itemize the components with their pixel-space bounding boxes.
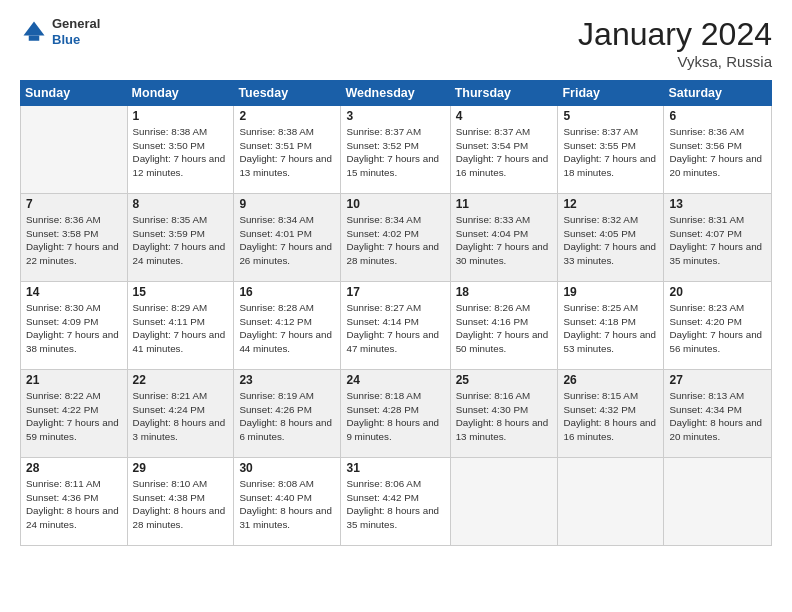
day-number: 27 xyxy=(669,373,766,387)
col-saturday: Saturday xyxy=(664,81,772,106)
table-row: 18Sunrise: 8:26 AMSunset: 4:16 PMDayligh… xyxy=(450,282,558,370)
table-row: 21Sunrise: 8:22 AMSunset: 4:22 PMDayligh… xyxy=(21,370,128,458)
table-row: 27Sunrise: 8:13 AMSunset: 4:34 PMDayligh… xyxy=(664,370,772,458)
table-row: 30Sunrise: 8:08 AMSunset: 4:40 PMDayligh… xyxy=(234,458,341,546)
day-number: 30 xyxy=(239,461,335,475)
calendar-week-row: 28Sunrise: 8:11 AMSunset: 4:36 PMDayligh… xyxy=(21,458,772,546)
table-row: 19Sunrise: 8:25 AMSunset: 4:18 PMDayligh… xyxy=(558,282,664,370)
logo: General Blue xyxy=(20,16,100,47)
table-row: 29Sunrise: 8:10 AMSunset: 4:38 PMDayligh… xyxy=(127,458,234,546)
day-info: Sunrise: 8:36 AMSunset: 3:58 PMDaylight:… xyxy=(26,213,122,268)
day-info: Sunrise: 8:18 AMSunset: 4:28 PMDaylight:… xyxy=(346,389,444,444)
calendar-page: General Blue January 2024 Vyksa, Russia … xyxy=(0,0,792,612)
day-info: Sunrise: 8:25 AMSunset: 4:18 PMDaylight:… xyxy=(563,301,658,356)
table-row: 16Sunrise: 8:28 AMSunset: 4:12 PMDayligh… xyxy=(234,282,341,370)
col-monday: Monday xyxy=(127,81,234,106)
table-row: 5Sunrise: 8:37 AMSunset: 3:55 PMDaylight… xyxy=(558,106,664,194)
table-row: 17Sunrise: 8:27 AMSunset: 4:14 PMDayligh… xyxy=(341,282,450,370)
day-info: Sunrise: 8:34 AMSunset: 4:02 PMDaylight:… xyxy=(346,213,444,268)
table-row: 20Sunrise: 8:23 AMSunset: 4:20 PMDayligh… xyxy=(664,282,772,370)
day-info: Sunrise: 8:15 AMSunset: 4:32 PMDaylight:… xyxy=(563,389,658,444)
day-info: Sunrise: 8:35 AMSunset: 3:59 PMDaylight:… xyxy=(133,213,229,268)
table-row: 26Sunrise: 8:15 AMSunset: 4:32 PMDayligh… xyxy=(558,370,664,458)
logo-icon xyxy=(20,18,48,46)
calendar-week-row: 7Sunrise: 8:36 AMSunset: 3:58 PMDaylight… xyxy=(21,194,772,282)
col-friday: Friday xyxy=(558,81,664,106)
day-number: 25 xyxy=(456,373,553,387)
table-row: 28Sunrise: 8:11 AMSunset: 4:36 PMDayligh… xyxy=(21,458,128,546)
day-info: Sunrise: 8:28 AMSunset: 4:12 PMDaylight:… xyxy=(239,301,335,356)
day-number: 17 xyxy=(346,285,444,299)
calendar-week-row: 1Sunrise: 8:38 AMSunset: 3:50 PMDaylight… xyxy=(21,106,772,194)
day-info: Sunrise: 8:33 AMSunset: 4:04 PMDaylight:… xyxy=(456,213,553,268)
day-number: 9 xyxy=(239,197,335,211)
day-info: Sunrise: 8:38 AMSunset: 3:50 PMDaylight:… xyxy=(133,125,229,180)
day-number: 10 xyxy=(346,197,444,211)
table-row: 6Sunrise: 8:36 AMSunset: 3:56 PMDaylight… xyxy=(664,106,772,194)
day-number: 16 xyxy=(239,285,335,299)
table-row xyxy=(558,458,664,546)
header: General Blue January 2024 Vyksa, Russia xyxy=(20,16,772,70)
table-row: 7Sunrise: 8:36 AMSunset: 3:58 PMDaylight… xyxy=(21,194,128,282)
table-row: 24Sunrise: 8:18 AMSunset: 4:28 PMDayligh… xyxy=(341,370,450,458)
day-number: 22 xyxy=(133,373,229,387)
day-info: Sunrise: 8:23 AMSunset: 4:20 PMDaylight:… xyxy=(669,301,766,356)
calendar-week-row: 14Sunrise: 8:30 AMSunset: 4:09 PMDayligh… xyxy=(21,282,772,370)
table-row: 23Sunrise: 8:19 AMSunset: 4:26 PMDayligh… xyxy=(234,370,341,458)
day-number: 4 xyxy=(456,109,553,123)
table-row: 14Sunrise: 8:30 AMSunset: 4:09 PMDayligh… xyxy=(21,282,128,370)
day-number: 20 xyxy=(669,285,766,299)
day-info: Sunrise: 8:19 AMSunset: 4:26 PMDaylight:… xyxy=(239,389,335,444)
table-row: 9Sunrise: 8:34 AMSunset: 4:01 PMDaylight… xyxy=(234,194,341,282)
day-number: 7 xyxy=(26,197,122,211)
day-number: 5 xyxy=(563,109,658,123)
day-info: Sunrise: 8:21 AMSunset: 4:24 PMDaylight:… xyxy=(133,389,229,444)
day-info: Sunrise: 8:37 AMSunset: 3:55 PMDaylight:… xyxy=(563,125,658,180)
month-title: January 2024 xyxy=(578,16,772,53)
table-row xyxy=(450,458,558,546)
col-tuesday: Tuesday xyxy=(234,81,341,106)
day-number: 14 xyxy=(26,285,122,299)
table-row: 10Sunrise: 8:34 AMSunset: 4:02 PMDayligh… xyxy=(341,194,450,282)
day-info: Sunrise: 8:26 AMSunset: 4:16 PMDaylight:… xyxy=(456,301,553,356)
col-sunday: Sunday xyxy=(21,81,128,106)
day-number: 2 xyxy=(239,109,335,123)
day-info: Sunrise: 8:34 AMSunset: 4:01 PMDaylight:… xyxy=(239,213,335,268)
day-number: 12 xyxy=(563,197,658,211)
calendar-week-row: 21Sunrise: 8:22 AMSunset: 4:22 PMDayligh… xyxy=(21,370,772,458)
table-row: 4Sunrise: 8:37 AMSunset: 3:54 PMDaylight… xyxy=(450,106,558,194)
day-info: Sunrise: 8:37 AMSunset: 3:52 PMDaylight:… xyxy=(346,125,444,180)
title-block: January 2024 Vyksa, Russia xyxy=(578,16,772,70)
day-info: Sunrise: 8:16 AMSunset: 4:30 PMDaylight:… xyxy=(456,389,553,444)
table-row: 1Sunrise: 8:38 AMSunset: 3:50 PMDaylight… xyxy=(127,106,234,194)
day-number: 8 xyxy=(133,197,229,211)
table-row: 22Sunrise: 8:21 AMSunset: 4:24 PMDayligh… xyxy=(127,370,234,458)
table-row xyxy=(664,458,772,546)
table-row: 11Sunrise: 8:33 AMSunset: 4:04 PMDayligh… xyxy=(450,194,558,282)
table-row: 25Sunrise: 8:16 AMSunset: 4:30 PMDayligh… xyxy=(450,370,558,458)
day-number: 1 xyxy=(133,109,229,123)
logo-general: General xyxy=(52,16,100,31)
day-info: Sunrise: 8:32 AMSunset: 4:05 PMDaylight:… xyxy=(563,213,658,268)
day-number: 28 xyxy=(26,461,122,475)
col-wednesday: Wednesday xyxy=(341,81,450,106)
table-row: 3Sunrise: 8:37 AMSunset: 3:52 PMDaylight… xyxy=(341,106,450,194)
day-number: 24 xyxy=(346,373,444,387)
day-number: 21 xyxy=(26,373,122,387)
table-row: 31Sunrise: 8:06 AMSunset: 4:42 PMDayligh… xyxy=(341,458,450,546)
day-info: Sunrise: 8:22 AMSunset: 4:22 PMDaylight:… xyxy=(26,389,122,444)
day-info: Sunrise: 8:36 AMSunset: 3:56 PMDaylight:… xyxy=(669,125,766,180)
day-info: Sunrise: 8:10 AMSunset: 4:38 PMDaylight:… xyxy=(133,477,229,532)
day-number: 31 xyxy=(346,461,444,475)
weekday-header-row: Sunday Monday Tuesday Wednesday Thursday… xyxy=(21,81,772,106)
day-number: 18 xyxy=(456,285,553,299)
day-info: Sunrise: 8:13 AMSunset: 4:34 PMDaylight:… xyxy=(669,389,766,444)
day-info: Sunrise: 8:11 AMSunset: 4:36 PMDaylight:… xyxy=(26,477,122,532)
day-number: 23 xyxy=(239,373,335,387)
day-info: Sunrise: 8:37 AMSunset: 3:54 PMDaylight:… xyxy=(456,125,553,180)
table-row: 2Sunrise: 8:38 AMSunset: 3:51 PMDaylight… xyxy=(234,106,341,194)
logo-blue: Blue xyxy=(52,32,80,47)
svg-rect-1 xyxy=(29,35,40,40)
day-number: 19 xyxy=(563,285,658,299)
day-number: 29 xyxy=(133,461,229,475)
